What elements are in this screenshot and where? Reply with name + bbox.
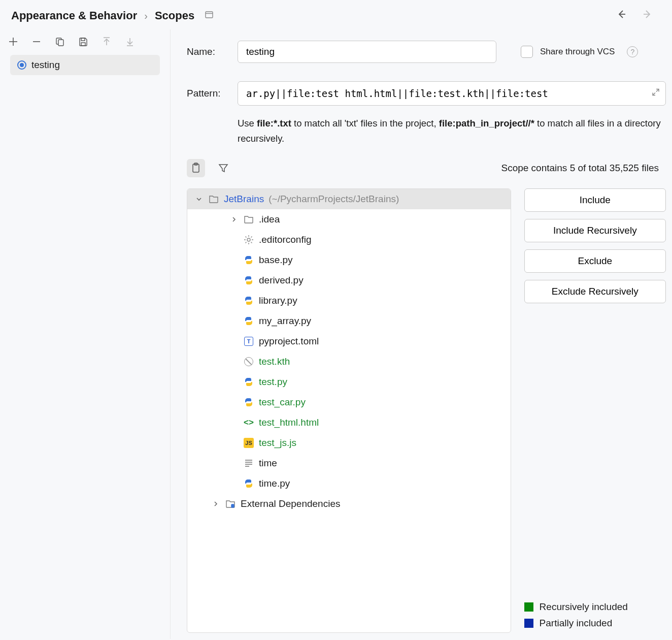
scope-status: Scope contains 5 of total 35,525 files (501, 163, 659, 174)
tree-item-label: .idea (259, 214, 280, 225)
tree-item-label: derived.py (259, 275, 304, 286)
tree-item[interactable]: ·time (187, 453, 511, 473)
save-button[interactable] (77, 36, 89, 48)
tree-item[interactable]: ·test.kth (187, 351, 511, 372)
python-icon (243, 275, 254, 286)
chevron-right-icon[interactable] (229, 216, 239, 222)
breadcrumb-parent[interactable]: Appearance & Behavior (11, 9, 137, 22)
scope-actions: Include Include Recursively Exclude Excl… (524, 188, 666, 633)
name-input[interactable] (238, 41, 496, 63)
nav-arrows (615, 8, 661, 23)
tree-item-label: test_html.html (259, 417, 319, 428)
expand-icon[interactable] (652, 88, 660, 99)
svg-point-17 (247, 238, 250, 241)
pattern-label: Pattern: (187, 88, 227, 99)
js-icon: JS (243, 437, 254, 449)
back-button[interactable] (615, 8, 627, 23)
file-tree: JetBrains (~/PycharmProjects/JetBrains) … (187, 188, 511, 633)
legend-partially-included: Partially included (524, 618, 666, 629)
python-icon (243, 254, 254, 266)
exclude-recursively-button[interactable]: Exclude Recursively (524, 280, 666, 303)
name-row: Name: Share through VCS ? (187, 41, 666, 63)
tree-root-name: JetBrains (224, 194, 264, 205)
svg-rect-10 (81, 43, 85, 46)
pattern-input[interactable] (238, 81, 666, 106)
pattern-wrapper (238, 81, 666, 106)
square-green-icon (524, 602, 533, 612)
breadcrumb-current: Scopes (155, 9, 194, 22)
tree-item[interactable]: ·<>test_html.html (187, 412, 511, 433)
unknown-file-icon (243, 356, 254, 367)
tree-item-label: .editorconfig (259, 234, 312, 245)
tree-item-label: library.py (259, 295, 297, 306)
python-icon (243, 376, 254, 388)
tree-item-label: my_array.py (259, 315, 311, 327)
include-button[interactable]: Include (524, 188, 666, 212)
window-icon[interactable] (205, 9, 214, 22)
tree-item[interactable]: ·Tpyproject.toml (187, 331, 511, 351)
tree-item[interactable]: ·derived.py (187, 270, 511, 291)
tree-external-deps[interactable]: External Dependencies (187, 494, 511, 514)
scope-item-label: testing (31, 59, 60, 71)
tree-item[interactable]: ·my_array.py (187, 311, 511, 331)
share-vcs-checkbox[interactable] (521, 46, 533, 58)
tree-root-path: (~/PycharmProjects/JetBrains) (268, 194, 399, 205)
toml-icon: T (243, 336, 254, 347)
tree-item[interactable]: ·base.py (187, 250, 511, 270)
main: testing Name: Share through VCS ? Patter… (0, 29, 672, 639)
content-row: JetBrains (~/PycharmProjects/JetBrains) … (187, 188, 666, 633)
python-icon (243, 315, 254, 327)
remove-button[interactable] (30, 36, 43, 48)
move-up-button[interactable] (100, 36, 113, 48)
tree-item[interactable]: ·time.py (187, 473, 511, 494)
library-icon (225, 498, 236, 509)
tree-item-label: base.py (259, 254, 293, 266)
tree-item[interactable]: .idea (187, 209, 511, 230)
share-vcs-row: Share through VCS ? (521, 46, 638, 58)
scopes-toolbar (0, 29, 170, 55)
chevron-right-icon[interactable] (211, 501, 220, 507)
help-icon[interactable]: ? (627, 46, 638, 57)
tree-item[interactable]: ·test_car.py (187, 392, 511, 412)
pattern-hint: Use file:*.txt to match all 'txt' files … (238, 116, 664, 146)
folder-icon (243, 214, 254, 225)
tree-item[interactable]: ·.editorconfig (187, 230, 511, 250)
tree-root[interactable]: JetBrains (~/PycharmProjects/JetBrains) (187, 189, 511, 209)
scope-local-icon (17, 60, 26, 70)
share-vcs-label: Share through VCS (540, 47, 615, 57)
square-blue-icon (524, 619, 533, 628)
tree-toolbar: Scope contains 5 of total 35,525 files (187, 159, 666, 177)
tree-item[interactable]: ·library.py (187, 291, 511, 311)
copy-button[interactable] (54, 36, 66, 48)
tree-item-label: test_js.js (259, 437, 296, 449)
python-icon (243, 295, 254, 306)
html-icon: <> (243, 417, 254, 428)
scope-item-testing[interactable]: testing (10, 55, 160, 75)
name-label: Name: (187, 46, 227, 57)
header: Appearance & Behavior › Scopes (0, 0, 672, 29)
right-panel: Name: Share through VCS ? Pattern: Use f… (171, 29, 672, 639)
filter-button[interactable] (214, 159, 232, 177)
tree-item-label: time (259, 458, 277, 469)
legend: Recursively included Partially included (524, 601, 666, 633)
tree-item-label: test.kth (259, 356, 290, 367)
python-icon (243, 397, 254, 408)
left-panel: testing (0, 29, 171, 639)
python-icon (243, 478, 254, 489)
tree-item[interactable]: ·JStest_js.js (187, 433, 511, 453)
pattern-row: Pattern: (187, 81, 666, 106)
exclude-button[interactable]: Exclude (524, 249, 666, 273)
scope-list: testing (0, 55, 170, 75)
chevron-down-icon[interactable] (194, 196, 204, 202)
svg-rect-8 (58, 40, 63, 46)
clipboard-button[interactable] (187, 159, 205, 177)
tree-item-label: test_car.py (259, 397, 306, 408)
tree-item-label: time.py (259, 478, 290, 489)
svg-rect-22 (231, 504, 234, 507)
add-button[interactable] (7, 36, 19, 48)
include-recursively-button[interactable]: Include Recursively (524, 219, 666, 242)
svg-rect-0 (206, 12, 213, 18)
forward-button[interactable] (642, 8, 654, 23)
tree-item[interactable]: ·test.py (187, 372, 511, 392)
move-down-button[interactable] (124, 36, 136, 48)
